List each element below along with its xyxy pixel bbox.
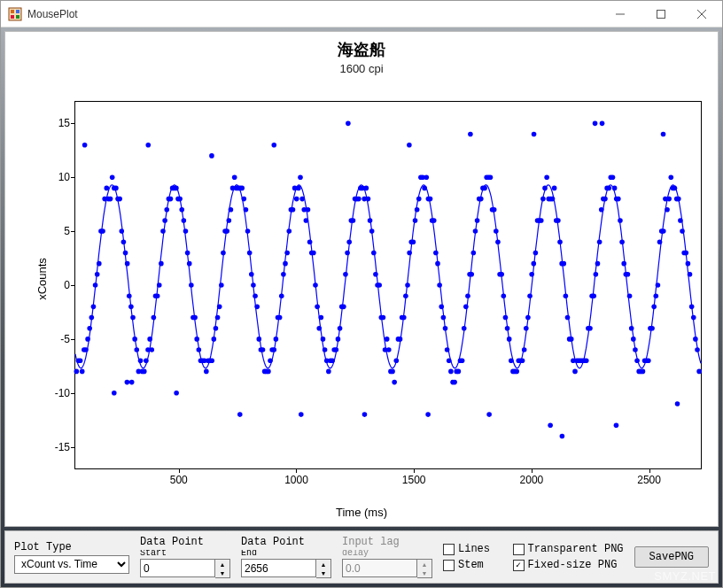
svg-point-342 <box>145 143 151 148</box>
svg-point-329 <box>676 197 681 202</box>
svg-point-204 <box>441 315 447 321</box>
svg-point-319 <box>657 239 663 244</box>
svg-point-132 <box>306 207 311 213</box>
svg-point-191 <box>416 197 422 202</box>
plot-type-select[interactable]: xCount vs. Time <box>14 555 129 574</box>
svg-point-64 <box>177 197 183 202</box>
svg-point-181 <box>398 337 403 342</box>
fixed-size-png-checkbox[interactable]: ✓Fixed-size PNG <box>513 559 624 571</box>
svg-point-233 <box>495 239 501 244</box>
svg-point-145 <box>330 358 335 363</box>
svg-point-147 <box>334 347 339 352</box>
svg-point-352 <box>112 391 117 396</box>
svg-point-73 <box>194 337 199 342</box>
svg-point-217 <box>465 293 470 298</box>
svg-point-197 <box>428 197 433 202</box>
svg-point-97 <box>239 186 245 191</box>
svg-point-224 <box>478 197 484 202</box>
chart-series <box>75 102 701 468</box>
svg-point-166 <box>369 228 375 234</box>
svg-point-85 <box>217 305 222 310</box>
svg-point-313 <box>646 358 651 363</box>
svg-point-324 <box>666 197 672 202</box>
svg-point-280 <box>584 358 589 363</box>
svg-point-287 <box>597 239 602 244</box>
data-start-input[interactable] <box>140 559 215 577</box>
svg-point-74 <box>197 347 202 352</box>
svg-point-346 <box>407 143 412 148</box>
data-end-label2: End <box>241 550 331 557</box>
svg-point-72 <box>192 315 198 321</box>
close-button[interactable] <box>681 1 722 27</box>
svg-point-174 <box>385 337 390 342</box>
svg-point-46 <box>144 358 149 363</box>
plot-panel: 海盗船 1600 cpi xCounts Time (ms) -15-10-50… <box>4 31 719 527</box>
svg-point-325 <box>668 174 673 180</box>
data-end-spinner[interactable]: ▲▼ <box>316 559 331 578</box>
control-panel: Plot Type xCount vs. Time Data Point Sta… <box>4 530 719 584</box>
input-lag-label2: delay <box>342 550 432 557</box>
svg-rect-4 <box>16 15 19 19</box>
svg-point-101 <box>247 251 253 256</box>
svg-point-170 <box>377 282 382 288</box>
svg-point-128 <box>298 174 303 180</box>
linestyle-group: Lines Stem <box>443 543 490 571</box>
svg-point-203 <box>439 305 444 310</box>
svg-point-70 <box>189 282 194 288</box>
svg-point-50 <box>152 315 157 321</box>
transparent-png-checkbox[interactable]: Transparent PNG <box>513 543 624 555</box>
svg-point-307 <box>634 358 640 363</box>
maximize-button[interactable] <box>641 1 681 27</box>
svg-point-78 <box>204 369 209 375</box>
svg-point-119 <box>281 272 286 277</box>
svg-point-91 <box>229 207 234 213</box>
titlebar: MousePlot <box>1 1 722 27</box>
svg-point-350 <box>600 121 605 127</box>
svg-point-272 <box>569 337 574 342</box>
svg-point-87 <box>221 251 226 256</box>
minimize-button[interactable] <box>600 1 641 27</box>
svg-point-18 <box>91 305 97 310</box>
input-lag-label: Input lag <box>342 536 432 548</box>
svg-point-226 <box>482 186 487 191</box>
svg-point-214 <box>460 358 465 363</box>
svg-point-205 <box>443 326 448 331</box>
lines-checkbox[interactable]: Lines <box>443 543 490 555</box>
svg-point-172 <box>381 315 386 321</box>
svg-point-154 <box>346 239 352 244</box>
svg-point-321 <box>661 228 666 234</box>
svg-point-208 <box>448 369 454 375</box>
chevron-down-icon: ▼ <box>417 569 431 577</box>
svg-rect-3 <box>11 15 14 19</box>
svg-point-115 <box>274 337 279 342</box>
svg-point-210 <box>452 380 457 385</box>
svg-point-131 <box>304 218 309 223</box>
svg-point-284 <box>591 293 596 298</box>
data-end-input[interactable] <box>241 559 316 577</box>
chart-title: 海盗船 <box>5 39 718 60</box>
svg-point-239 <box>507 337 512 342</box>
svg-point-15 <box>85 337 90 342</box>
maximize-icon <box>657 10 665 19</box>
svg-point-32 <box>117 197 122 202</box>
svg-point-179 <box>393 358 399 363</box>
save-png-button[interactable]: SavePNG <box>634 546 709 568</box>
svg-point-57 <box>164 207 169 213</box>
svg-point-274 <box>572 369 578 375</box>
svg-point-229 <box>488 174 494 180</box>
stem-checkbox[interactable]: Stem <box>443 559 490 571</box>
svg-point-83 <box>214 326 219 331</box>
svg-point-153 <box>345 251 350 256</box>
svg-point-302 <box>626 272 631 277</box>
svg-point-137 <box>315 305 320 310</box>
svg-point-188 <box>411 239 416 244</box>
svg-point-250 <box>527 293 533 298</box>
data-start-spinner[interactable]: ▲▼ <box>215 559 230 578</box>
svg-point-186 <box>407 251 412 256</box>
svg-point-359 <box>548 422 553 428</box>
svg-point-159 <box>356 197 362 202</box>
data-end-label: Data Point <box>241 536 331 548</box>
chevron-up-icon: ▲ <box>417 560 431 569</box>
svg-point-360 <box>560 434 565 439</box>
svg-point-236 <box>501 293 507 298</box>
